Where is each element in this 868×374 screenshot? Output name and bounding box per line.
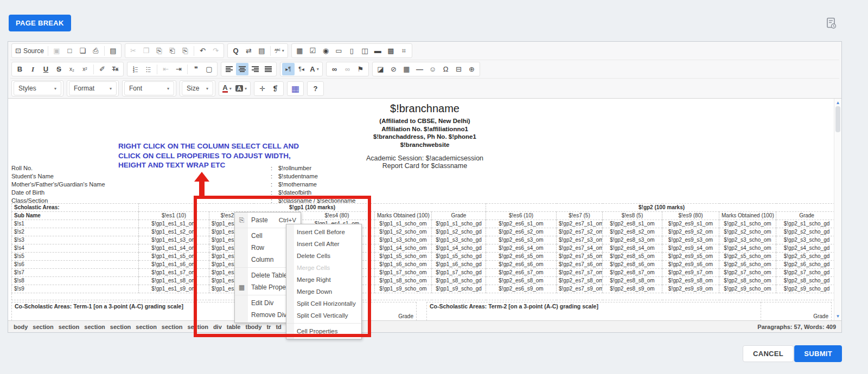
table-cell[interactable]: $!gp2_s9_scho_om (719, 285, 776, 293)
path-item-section[interactable]: section (33, 324, 54, 330)
replace-button[interactable]: ⇄ (242, 44, 255, 57)
page-break-button[interactable]: ⊟ (452, 63, 465, 75)
table-cell[interactable]: $!gp2_es8_s1_om (603, 220, 662, 228)
table-cell[interactable]: $!gp2_es8_s8_om (603, 277, 662, 285)
about-button[interactable]: ? (309, 82, 322, 95)
table-cell[interactable]: $!gp2_s8_scho_om (719, 277, 776, 285)
underline-button[interactable]: U (40, 63, 52, 75)
table-cell[interactable]: $!gp2_es7_s6_om (557, 261, 603, 269)
table-cell[interactable]: $!gp1_s2_scho_gd (432, 228, 486, 236)
table-cell[interactable]: $!gp1_s8_scho_om (375, 277, 432, 285)
bidi-ltr-button[interactable]: ▸¶ (282, 63, 295, 75)
table-cell[interactable]: $!gp1_s8_scho_gd (432, 277, 486, 285)
table-cell[interactable]: $!gp1_s2_scho_om (375, 228, 432, 236)
table-cell[interactable]: $!gp1_s3_scho_om (375, 236, 432, 244)
select-all-button[interactable]: ▤ (256, 44, 268, 57)
table-cell[interactable]: $!gp2_es6_s8_om (486, 277, 557, 285)
undo-button[interactable]: ↶ (196, 44, 209, 57)
scroll-up-icon[interactable]: ▲ (836, 100, 840, 105)
table-cell[interactable]: $!gp2_es7_s9_om (557, 285, 603, 293)
smiley-button[interactable]: ☺ (426, 63, 439, 75)
table-cell[interactable]: $!gp1_s5_scho_gd (432, 253, 486, 261)
table-cell[interactable]: $!gp1_s4_scho_gd (432, 244, 486, 253)
bold-button[interactable]: B (14, 63, 26, 75)
table-cell[interactable]: $!gp2_es9_s5_om (662, 253, 719, 261)
table-cell[interactable]: $!gp2_s5_scho_om (719, 253, 776, 261)
menu-item-split-cell-vertically[interactable]: Split Cell Vertically (286, 309, 361, 321)
bidi-rtl-button[interactable]: ¶◂ (295, 63, 308, 75)
maximize-button[interactable]: ✛ (256, 82, 269, 95)
styles-dropdown[interactable]: Styles▾ (14, 81, 61, 95)
spell-checker-button[interactable]: ABC ✓▾ (273, 44, 286, 57)
scrollbar-thumb[interactable] (835, 106, 840, 132)
table-cell[interactable]: $!s2 (12, 228, 139, 236)
table-cell[interactable]: $!gp1_s1_scho_om (375, 220, 432, 228)
table-cell[interactable]: $!gp2_es8_s4_om (603, 244, 662, 253)
table-cell[interactable]: $!gp1_es1_s3_om (139, 236, 209, 244)
paste-plain-text-button[interactable]: ⎗ (166, 44, 178, 57)
table-cell[interactable]: $!gp2_es7_s4_om (557, 244, 603, 253)
checkbox-button[interactable]: ☑ (307, 44, 319, 57)
table-cell[interactable]: $!gp1_es1_s5_om (139, 253, 209, 261)
increase-indent-button[interactable]: ⇥ (173, 63, 185, 75)
background-color-button[interactable]: A▾ (234, 82, 248, 95)
table-cell[interactable]: $!gp2_s2_scho_gd (776, 228, 838, 236)
table-cell[interactable]: $!gp1_s7_scho_gd (432, 269, 486, 277)
special-char-button[interactable]: Ω (439, 63, 452, 75)
menu-item-insert-cell-after[interactable]: Insert Cell After (286, 238, 361, 250)
flash-button[interactable]: ⊘ (387, 63, 400, 75)
table-cell[interactable]: $!s6 (12, 261, 139, 269)
iframe-button[interactable]: ⊕ (465, 63, 478, 75)
table-cell[interactable]: $!gp2_s7_scho_gd (776, 269, 838, 277)
table-cell[interactable]: $!gp1_es1_s9_om (139, 285, 209, 293)
table-cell[interactable]: $!gp2_es9_s8_om (662, 277, 719, 285)
table-cell[interactable]: $!gp2_es7_s8_om (557, 277, 603, 285)
table-cell[interactable]: $!gp2_es9_s1_om (662, 220, 719, 228)
new-page-button[interactable]: □ (63, 44, 76, 57)
version-history-button[interactable] (826, 17, 837, 31)
table-cell[interactable]: $!gp2_es8_s5_om (603, 253, 662, 261)
table-cell[interactable]: $!gp2_es8_s7_om (603, 269, 662, 277)
vertical-scrollbar[interactable]: ▲ ▼ (834, 99, 841, 320)
menu-item-split-cell-horizontally[interactable]: Split Cell Horizontally (286, 298, 361, 309)
table-cell[interactable]: $!gp2_es7_s1_om (557, 220, 603, 228)
anchor-button[interactable]: ⚑ (354, 63, 367, 75)
numbered-list-button[interactable]: 1 — 2 — 3 — (129, 63, 142, 75)
table-cell[interactable]: $!gp2_s9_scho_gd (776, 285, 838, 293)
create-div-button[interactable]: ▢ (203, 63, 215, 75)
table-cell[interactable]: $!gp1_es1_s4_om (139, 244, 209, 253)
strikethrough-button[interactable]: S (53, 63, 65, 75)
align-left-button[interactable] (223, 63, 235, 75)
table-cell[interactable]: $!s9 (12, 285, 139, 293)
table-cell[interactable]: $!gp1_es1_s2_om (139, 228, 209, 236)
table-cell[interactable]: $!gp1_s6_scho_om (375, 261, 432, 269)
table-cell[interactable]: $!gp2_es6_s3_om (486, 236, 557, 244)
templates-button[interactable]: ▤ (107, 44, 119, 57)
table-cell[interactable]: $!gp2_s1_scho_gd (776, 220, 838, 228)
table-cell[interactable]: $!gp2_es6_s7_om (486, 269, 557, 277)
table-cell[interactable]: $!gp2_es7_s3_om (557, 236, 603, 244)
table-cell[interactable]: $!gp1_s5_scho_om (375, 253, 432, 261)
table-cell[interactable]: $!gp1_s1_scho_gd (432, 220, 486, 228)
paste-from-word-button[interactable]: ⎘ (179, 44, 192, 57)
menu-item-merge-right[interactable]: Merge Right (286, 274, 361, 286)
table-cell[interactable]: $!gp1_s9_scho_om (375, 285, 432, 293)
table-cell[interactable]: $!gp1_s9_scho_gd (432, 285, 486, 293)
editor-content[interactable]: $!branchname(Affiliated to CBSE, New Del… (8, 99, 841, 320)
align-right-button[interactable] (249, 63, 261, 75)
table-cell[interactable]: $!gp2_es6_s4_om (486, 244, 557, 253)
table-cell[interactable]: $!gp1_es1_s1_om (139, 220, 209, 228)
table-cell[interactable]: $!s4 (12, 244, 139, 253)
table-cell[interactable]: $!gp2_s4_scho_om (719, 244, 776, 253)
table-cell[interactable]: $!gp2_s1_scho_om (719, 220, 776, 228)
size-dropdown[interactable]: Size▾ (182, 81, 213, 95)
table-cell[interactable]: $!gp2_s6_scho_gd (776, 261, 838, 269)
table-cell[interactable]: $!gp2_es6_s5_om (486, 253, 557, 261)
table-cell[interactable]: $!gp1_es1_s6_om (139, 261, 209, 269)
table-cell[interactable]: $!gp2_es9_s7_om (662, 269, 719, 277)
table-cell[interactable]: $!s1 (12, 220, 139, 228)
find-button[interactable]: Q (229, 44, 242, 57)
font-dropdown[interactable]: Font▾ (124, 81, 174, 95)
image-button[interactable]: ◪ (374, 63, 387, 75)
bulleted-list-button[interactable]: • — • — • — (142, 63, 155, 75)
